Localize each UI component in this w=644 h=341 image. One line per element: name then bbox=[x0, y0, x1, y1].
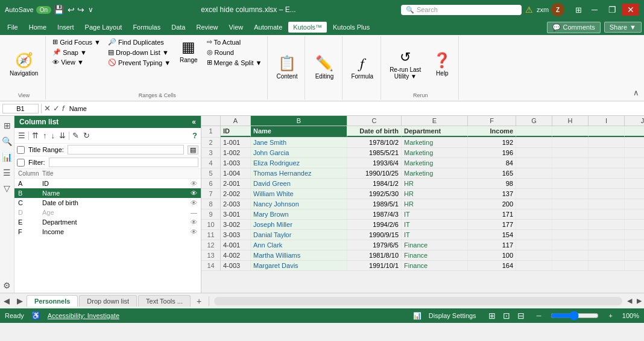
sheet-cell-empty[interactable] bbox=[625, 199, 644, 209]
sheet-cell-empty[interactable] bbox=[516, 199, 552, 209]
row-num-9[interactable]: 9 bbox=[201, 209, 221, 219]
sheet-cell[interactable]: 1-002 bbox=[221, 148, 251, 158]
sheet-tab-next[interactable]: ▶ bbox=[13, 295, 27, 307]
col-header-E[interactable]: E bbox=[402, 116, 468, 126]
sheet-cell-empty[interactable] bbox=[589, 250, 625, 260]
filter-input[interactable] bbox=[49, 158, 199, 167]
row-num-2[interactable]: 2 bbox=[201, 138, 221, 147]
restore-button[interactable]: ❐ bbox=[604, 4, 621, 16]
sheet-cell-empty[interactable] bbox=[516, 240, 552, 250]
sheet-cell-empty[interactable] bbox=[589, 189, 625, 199]
content-button[interactable]: 📋 Content bbox=[273, 54, 301, 81]
sheet-cell[interactable]: Finance bbox=[402, 250, 468, 260]
menu-data[interactable]: Data bbox=[166, 22, 190, 33]
sheet-cell[interactable]: 177 bbox=[468, 220, 516, 229]
snap-button[interactable]: 📌 Snap ▼ bbox=[51, 48, 103, 57]
display-settings-label[interactable]: Display Settings bbox=[429, 312, 476, 319]
search-box[interactable]: 🔍 Search bbox=[401, 5, 522, 15]
sheet-cell-empty[interactable] bbox=[589, 168, 625, 178]
dropdown-list-button[interactable]: ▤ Drop-down List ▼ bbox=[106, 48, 172, 57]
sheet-cell[interactable]: Martha Williams bbox=[251, 250, 347, 260]
sheet-cell[interactable]: 1985/5/21 bbox=[347, 148, 402, 158]
move-up-all-btn[interactable]: ⇈ bbox=[31, 130, 40, 141]
col-header-C[interactable]: C bbox=[347, 116, 402, 126]
sheet-cell[interactable]: 2-001 bbox=[221, 179, 251, 188]
sheet-cell[interactable]: Marketing bbox=[402, 138, 468, 147]
row-num-12[interactable]: 12 bbox=[201, 240, 221, 250]
sheet-cell-empty[interactable] bbox=[516, 220, 552, 229]
col-header-I[interactable]: I bbox=[589, 116, 625, 126]
col-list-item-b[interactable]: B Name 👁 bbox=[14, 188, 201, 198]
menu-home[interactable]: Home bbox=[24, 22, 51, 33]
sheet-cell-empty[interactable] bbox=[552, 230, 589, 240]
title-range-checkbox[interactable] bbox=[17, 146, 25, 154]
sheet-cell[interactable]: 1990/10/25 bbox=[347, 168, 402, 178]
sheet-cell-empty[interactable] bbox=[552, 179, 589, 188]
sheet-cell[interactable]: IT bbox=[402, 209, 468, 219]
sheet-cell[interactable]: 1990/9/15 bbox=[347, 230, 402, 240]
menu-kutools[interactable]: Kutools™ bbox=[288, 22, 327, 33]
edit-btn[interactable]: ✎ bbox=[71, 130, 80, 141]
cell-reference-input[interactable]: B1 bbox=[2, 104, 39, 113]
help-button[interactable]: ❓ Help bbox=[429, 51, 455, 78]
zoom-level[interactable]: 100% bbox=[622, 312, 639, 319]
col-header-B[interactable]: B bbox=[251, 116, 347, 126]
sheet-cell-empty[interactable] bbox=[552, 261, 589, 270]
sheet-cell[interactable]: Nancy Johnson bbox=[251, 199, 347, 209]
col-header-G[interactable]: G bbox=[516, 116, 552, 126]
ribbon-collapse-icon[interactable]: ∧ bbox=[631, 87, 642, 98]
zoom-slider[interactable] bbox=[551, 311, 599, 320]
sheet-cell[interactable]: 1979/6/5 bbox=[347, 240, 402, 250]
col-list-item-f[interactable]: F Income 👁 bbox=[14, 227, 201, 237]
sheet-cell-empty[interactable] bbox=[589, 240, 625, 250]
sheet-cell-empty[interactable] bbox=[625, 189, 644, 199]
confirm-formula-icon[interactable]: ✓ bbox=[53, 104, 60, 113]
row-num-3[interactable]: 3 bbox=[201, 148, 221, 158]
sheet-cell-empty[interactable] bbox=[552, 138, 589, 147]
horizontal-scrollbar[interactable] bbox=[214, 297, 622, 305]
sheet-cell-empty[interactable] bbox=[516, 126, 552, 137]
add-sheet-button[interactable]: + bbox=[192, 295, 206, 307]
sheet-cell[interactable]: John Garcia bbox=[251, 148, 347, 158]
sheet-cell[interactable]: 98 bbox=[468, 179, 516, 188]
sheet-cell-empty[interactable] bbox=[589, 126, 625, 137]
sheet-cell-empty[interactable] bbox=[625, 209, 644, 219]
sheet-cell-empty[interactable] bbox=[516, 189, 552, 199]
sheet-cell[interactable]: Finance bbox=[402, 240, 468, 250]
sheet-cell[interactable]: 2-002 bbox=[221, 189, 251, 199]
settings-side-icon[interactable]: ⚙ bbox=[1, 278, 13, 293]
find-side-icon[interactable]: 🔍 bbox=[0, 134, 14, 148]
scroll-left-icon[interactable]: ◀ bbox=[625, 297, 634, 305]
sheet-cell-empty[interactable] bbox=[552, 158, 589, 168]
sheet-cell[interactable]: 192 bbox=[468, 138, 516, 147]
round-button[interactable]: ◎ Round bbox=[205, 48, 264, 57]
sheet-cell[interactable]: 1993/6/4 bbox=[347, 158, 402, 168]
sheet-cell-empty[interactable] bbox=[516, 158, 552, 168]
find-duplicates-button[interactable]: 🔎 Find Duplicates bbox=[106, 37, 172, 46]
sheet-cell[interactable]: Danial Taylor bbox=[251, 230, 347, 240]
move-down-btn[interactable]: ↓ bbox=[50, 130, 57, 141]
scroll-right-icon[interactable]: ▶ bbox=[634, 297, 644, 305]
view-layout-icon[interactable]: ⊡ bbox=[503, 311, 510, 320]
formula-button[interactable]: 𝑓 Formula bbox=[347, 54, 377, 81]
sheet-cell-empty[interactable] bbox=[625, 230, 644, 240]
sheet-cell[interactable]: Jane Smith bbox=[251, 138, 347, 147]
sheet-cell-empty[interactable] bbox=[589, 261, 625, 270]
sheet-cell[interactable]: HR bbox=[402, 199, 468, 209]
sheet-cell[interactable]: 84 bbox=[468, 158, 516, 168]
sheet-cell[interactable]: 164 bbox=[468, 261, 516, 270]
user-avatar[interactable]: Z bbox=[551, 3, 564, 16]
row-num-4[interactable]: 4 bbox=[201, 158, 221, 168]
menu-review[interactable]: Review bbox=[191, 22, 223, 33]
zoom-out-icon[interactable]: ─ bbox=[537, 312, 541, 319]
accessibility-label[interactable]: Accessibility: Investigate bbox=[48, 312, 119, 319]
sheet-cell[interactable]: 4-003 bbox=[221, 261, 251, 270]
sheet-cell[interactable]: 165 bbox=[468, 168, 516, 178]
sheet-cell-empty[interactable] bbox=[552, 126, 589, 137]
sheet-cell-empty[interactable] bbox=[625, 168, 644, 178]
sheet-cell[interactable]: 137 bbox=[468, 189, 516, 199]
comments-button[interactable]: 💬 Comments bbox=[547, 22, 601, 33]
sheet-cell-empty[interactable] bbox=[516, 209, 552, 219]
menu-formulas[interactable]: Formulas bbox=[128, 22, 165, 33]
menu-page-layout[interactable]: Page Layout bbox=[80, 22, 127, 33]
